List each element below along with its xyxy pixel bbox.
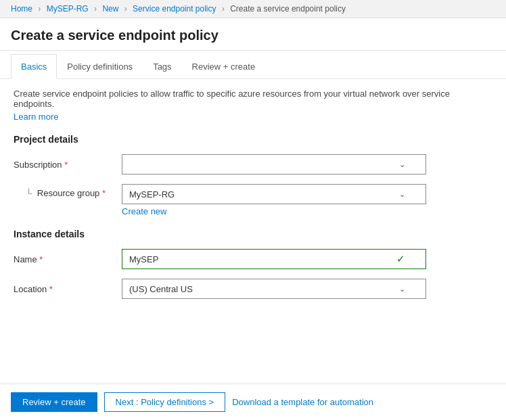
content-area: Create service endpoint policies to allo… [0, 79, 506, 318]
page-header: Create a service endpoint policy [0, 18, 506, 51]
breadcrumb-sep-2: › [94, 4, 97, 14]
breadcrumb-sep-4: › [222, 4, 225, 14]
resource-group-control: MySEP-RG ⌄ Create new [122, 184, 426, 216]
download-template-link[interactable]: Download a template for automation [232, 397, 373, 407]
instance-details-title: Instance details [14, 229, 492, 239]
tab-basics[interactable]: Basics [11, 54, 57, 79]
breadcrumb-home[interactable]: Home [11, 4, 32, 14]
location-dropdown[interactable]: (US) Central US ⌄ [122, 279, 426, 299]
resource-group-chevron-icon: ⌄ [399, 190, 405, 199]
name-control: MySEP ✓ [122, 249, 426, 269]
subscription-chevron-icon: ⌄ [399, 160, 405, 169]
breadcrumb-mysep-rg[interactable]: MySEP-RG [47, 4, 89, 14]
resource-group-required: * [102, 188, 106, 198]
review-create-button[interactable]: Review + create [11, 392, 97, 412]
resource-group-row: Resource group * MySEP-RG ⌄ Create new [14, 184, 492, 216]
name-check-icon: ✓ [396, 253, 405, 265]
name-label: Name * [14, 254, 122, 264]
bottom-bar: Review + create Next : Policy definition… [0, 383, 506, 420]
location-value: (US) Central US [129, 284, 193, 294]
subscription-dropdown[interactable]: ⌄ [122, 154, 426, 174]
name-value: MySEP [129, 254, 158, 264]
subscription-required: * [64, 160, 68, 170]
subscription-row: Subscription * ⌄ [14, 154, 492, 174]
learn-more-link[interactable]: Learn more [14, 112, 58, 122]
breadcrumb-sep-3: › [124, 4, 127, 14]
tab-review-create[interactable]: Review + create [182, 54, 266, 79]
location-required: * [49, 284, 53, 294]
resource-group-label: Resource group * [14, 184, 122, 198]
name-row: Name * MySEP ✓ [14, 249, 492, 269]
location-row: Location * (US) Central US ⌄ [14, 279, 492, 299]
breadcrumb-current: Create a service endpoint policy [230, 4, 346, 14]
description-text: Create service endpoint policies to allo… [14, 89, 492, 109]
page-title: Create a service endpoint policy [11, 28, 495, 43]
resource-group-value: MySEP-RG [129, 189, 175, 200]
breadcrumb-sep-1: › [38, 4, 41, 14]
location-chevron-icon: ⌄ [399, 285, 405, 294]
subscription-control: ⌄ [122, 154, 426, 174]
subscription-label: Subscription * [14, 160, 122, 170]
name-input[interactable]: MySEP ✓ [122, 249, 426, 269]
create-new-link[interactable]: Create new [122, 206, 426, 216]
top-bar: Home › MySEP-RG › New › Service endpoint… [0, 0, 506, 18]
location-label: Location * [14, 284, 122, 294]
resource-group-dropdown[interactable]: MySEP-RG ⌄ [122, 184, 426, 204]
tab-policy-definitions[interactable]: Policy definitions [57, 54, 143, 79]
breadcrumb-service-endpoint-policy[interactable]: Service endpoint policy [133, 4, 216, 14]
tab-tags[interactable]: Tags [143, 54, 181, 79]
project-details-title: Project details [14, 134, 492, 145]
tabs-bar: Basics Policy definitions Tags Review + … [0, 53, 506, 79]
breadcrumb-new[interactable]: New [102, 4, 118, 14]
name-required: * [39, 254, 43, 264]
next-button[interactable]: Next : Policy definitions > [104, 392, 226, 412]
location-control: (US) Central US ⌄ [122, 279, 426, 299]
